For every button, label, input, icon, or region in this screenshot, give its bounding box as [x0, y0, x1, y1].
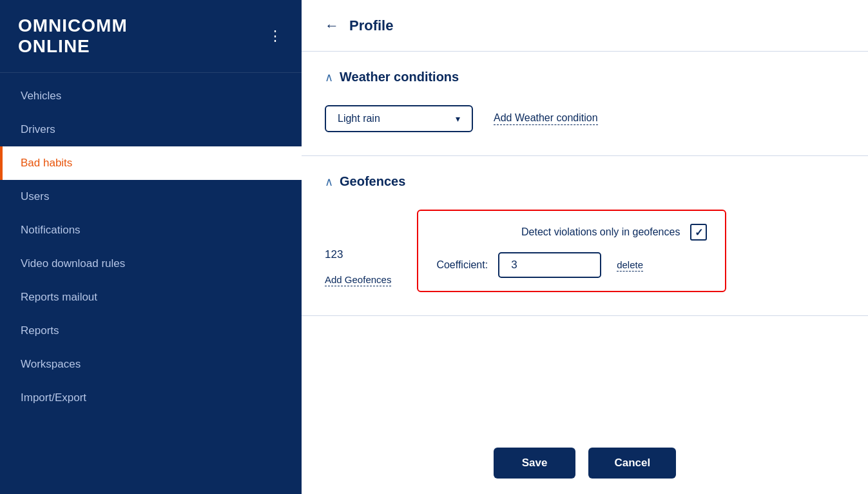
geofences-section-header: ∧ Geofences: [325, 174, 845, 189]
geofence-id: 123: [325, 210, 391, 261]
chevron-down-icon: ▾: [456, 114, 460, 124]
main-content: ← Profile ∧ Weather conditions Light rai…: [302, 0, 868, 494]
weather-row: Light rain ▾ Add Weather condition: [325, 100, 845, 137]
sidebar-item-drivers[interactable]: Drivers: [0, 113, 302, 146]
sidebar-item-workspaces[interactable]: Workspaces: [0, 348, 302, 381]
sidebar-item-users[interactable]: Users: [0, 180, 302, 213]
logo: OMNICOMM ONLINE: [18, 15, 128, 57]
geofences-section-title: Geofences: [340, 174, 405, 189]
weather-section: ∧ Weather conditions Light rain ▾ Add We…: [302, 52, 868, 156]
sidebar-nav: Vehicles Drivers Bad habits Users Notifi…: [0, 73, 302, 494]
geo-left-panel: 123 Add Geofences: [325, 210, 391, 286]
weather-toggle-icon[interactable]: ∧: [325, 70, 333, 84]
sidebar-item-video-download-rules[interactable]: Video download rules: [0, 247, 302, 281]
footer-actions: Save Cancel: [302, 432, 868, 494]
sidebar-header: OMNICOMM ONLINE ⋮: [0, 0, 302, 73]
sidebar-item-import-export[interactable]: Import/Export: [0, 381, 302, 415]
sidebar: OMNICOMM ONLINE ⋮ Vehicles Drivers Bad h…: [0, 0, 302, 494]
sidebar-item-bad-habits[interactable]: Bad habits: [0, 146, 302, 180]
checkbox-check-icon: ✓: [695, 226, 703, 239]
add-geofences-link[interactable]: Add Geofences: [325, 274, 391, 286]
menu-dots-icon[interactable]: ⋮: [268, 28, 284, 44]
sidebar-item-notifications[interactable]: Notifications: [0, 213, 302, 247]
geofence-settings-box: Detect violations only in geofences ✓ Co…: [417, 210, 726, 292]
page-title: Profile: [349, 17, 393, 34]
coefficient-label: Coefficient:: [436, 259, 488, 271]
cancel-button[interactable]: Cancel: [588, 448, 676, 479]
geofences-content: 123 Add Geofences Detect violations only…: [325, 204, 845, 297]
content-area: ∧ Weather conditions Light rain ▾ Add We…: [302, 52, 868, 432]
save-button[interactable]: Save: [494, 448, 576, 479]
violations-row: Detect violations only in geofences ✓: [436, 224, 707, 241]
geofences-section: ∧ Geofences 123 Add Geofences Detect vio…: [302, 156, 868, 316]
weather-condition-dropdown[interactable]: Light rain ▾: [325, 105, 473, 132]
sidebar-item-vehicles[interactable]: Vehicles: [0, 79, 302, 113]
weather-dropdown-value: Light rain: [338, 113, 380, 124]
sidebar-item-reports[interactable]: Reports: [0, 314, 302, 348]
coefficient-input[interactable]: [498, 252, 601, 278]
add-weather-condition-link[interactable]: Add Weather condition: [494, 112, 598, 125]
delete-geofence-link[interactable]: delete: [617, 259, 643, 272]
weather-section-header: ∧ Weather conditions: [325, 70, 845, 84]
violations-checkbox[interactable]: ✓: [690, 224, 707, 241]
coefficient-row: Coefficient: delete: [436, 252, 707, 278]
topbar: ← Profile: [302, 0, 868, 52]
violations-label: Detect violations only in geofences: [521, 226, 680, 238]
geofences-toggle-icon[interactable]: ∧: [325, 175, 333, 189]
back-arrow-icon[interactable]: ←: [325, 17, 339, 34]
weather-section-title: Weather conditions: [340, 70, 459, 84]
sidebar-item-reports-mailout[interactable]: Reports mailout: [0, 281, 302, 314]
